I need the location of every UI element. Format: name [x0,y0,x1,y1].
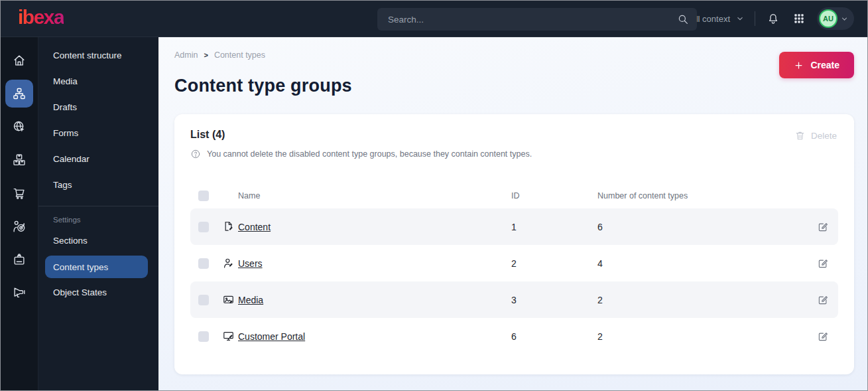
column-header-id: ID [511,191,597,200]
row-edit-button[interactable] [816,220,830,234]
help-circle-icon [190,149,201,159]
row-name-link[interactable]: Users [238,258,511,269]
rail-item-marketing[interactable] [1,276,38,309]
trash-icon [794,130,806,141]
boxes-icon [5,146,33,174]
sidebar-item-drafts[interactable]: Drafts [38,94,158,120]
table-row[interactable]: Media 3 2 [190,281,838,318]
row-id: 3 [511,295,597,305]
user-edit-icon [222,257,238,270]
sidebar-item-label: Content types [53,262,108,272]
breadcrumb-item-admin[interactable]: Admin [174,50,198,60]
rail-item-admin[interactable] [1,243,38,276]
edit-icon [817,221,829,233]
breadcrumb-item-content-types: Content types [214,50,265,60]
bell-icon [767,12,780,25]
row-checkbox[interactable] [198,331,209,342]
table-row[interactable]: Customer Portal 6 2 [190,318,838,354]
table-row[interactable]: Content 1 6 [190,208,838,245]
search-icon[interactable] [677,13,689,25]
select-all-checkbox[interactable] [198,191,209,201]
sidebar-item-label: Content structure [53,50,122,60]
sidebar-item-label: Media [53,76,78,86]
target-icon [5,212,33,240]
row-id: 6 [511,331,597,342]
rail-item-content[interactable] [1,77,38,110]
row-checkbox[interactable] [198,258,209,269]
list-count-title: List (4) [190,129,225,141]
row-edit-button[interactable] [816,329,830,344]
row-name-link[interactable]: Customer Portal [238,331,511,342]
rail-item-site[interactable] [1,110,38,143]
create-button[interactable]: Create [779,52,854,78]
info-message: You cannot delete the disabled content t… [190,149,838,159]
sidebar-menu: Content structureMediaDraftsFormsCalenda… [38,37,158,390]
global-search[interactable] [377,8,697,31]
row-edit-button[interactable] [816,256,830,271]
main-content: Admin > Content types Create Content typ… [158,37,867,390]
user-menu[interactable]: AU [817,7,854,30]
breadcrumb-separator: > [204,51,208,59]
edit-icon [817,294,829,306]
rail-item-dashboard[interactable] [1,44,38,77]
sidebar-item-content-types[interactable]: Content types [45,256,148,278]
app-window: ibexa Site: All context [0,0,868,391]
row-count: 2 [597,331,808,342]
table-row[interactable]: Users 2 4 [190,245,838,281]
globe-cursor-icon [5,113,33,141]
menu-divider [38,206,158,206]
icon-rail [1,37,38,390]
sidebar-item-label: Forms [53,128,78,138]
ibexa-logo[interactable]: ibexa [18,7,64,31]
badge-icon [5,246,33,274]
row-name-link[interactable]: Media [238,295,511,305]
sidebar-item-label: Tags [53,180,72,190]
content-type-groups-panel: List (4) Delete You cannot delete the di… [174,114,854,374]
row-count: 2 [597,295,808,305]
table-header: Name ID Number of content types [190,183,838,208]
menu-settings-list: SectionsContent typesObject States [38,228,158,305]
apps-grid-icon [792,12,806,25]
edit-icon [817,258,829,270]
content-tree-icon [5,80,33,108]
sidebar-item-content-structure[interactable]: Content structure [38,42,158,68]
search-input[interactable] [387,14,677,25]
sidebar-item-tags[interactable]: Tags [38,172,158,198]
sidebar-item-sections[interactable]: Sections [38,228,158,254]
breadcrumb: Admin > Content types [174,50,854,60]
sidebar-item-object-states[interactable]: Object States [38,279,158,305]
create-button-label: Create [810,60,839,70]
row-id: 1 [511,222,597,232]
topbar: ibexa Site: All context [1,1,867,37]
menu-main-list: Content structureMediaDraftsFormsCalenda… [38,42,158,198]
table-body: Content 1 6 Users 2 4 Media 3 2 [190,208,838,354]
apps-menu-button[interactable] [791,11,807,27]
row-name-link[interactable]: Content [238,222,511,232]
delete-button[interactable]: Delete [793,129,838,143]
info-message-text: You cannot delete the disabled content t… [207,149,532,159]
chevron-down-icon [840,15,849,23]
row-checkbox[interactable] [198,222,209,232]
rail-item-products[interactable] [1,143,38,177]
sidebar-item-label: Sections [53,236,88,246]
home-icon [5,46,33,74]
page-title: Content type groups [174,76,854,96]
row-edit-button[interactable] [816,293,830,307]
row-count: 6 [597,222,808,232]
sidebar-item-label: Calendar [53,154,90,164]
sidebar-item-forms[interactable]: Forms [38,120,158,146]
row-checkbox[interactable] [198,295,209,305]
cart-icon [5,179,33,207]
column-header-name: Name [238,191,511,200]
rail-item-personalization[interactable] [1,210,38,243]
monitor-edit-icon [222,330,238,343]
notifications-button[interactable] [765,11,781,27]
settings-section-label: Settings [38,210,158,228]
edit-icon [817,331,829,343]
file-edit-icon [222,220,238,233]
sidebar-item-calendar[interactable]: Calendar [38,146,158,172]
sidebar-item-media[interactable]: Media [38,68,158,94]
rail-item-commerce[interactable] [1,177,38,210]
sidebar-item-label: Object States [53,287,107,297]
content-type-groups-table: Name ID Number of content types Content … [190,183,838,354]
